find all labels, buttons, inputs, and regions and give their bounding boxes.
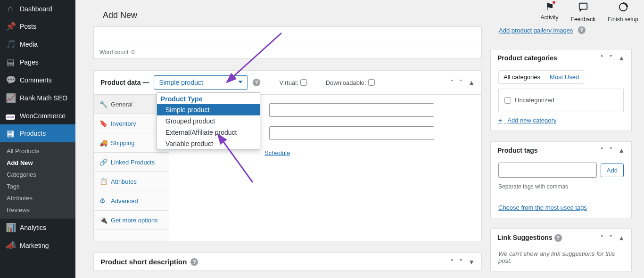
panel-move-up-icon[interactable]: ˄ — [600, 147, 603, 154]
sidebar-sub-attributes[interactable]: Attributes — [0, 192, 75, 204]
sidebar-item-woocommerce[interactable]: wooWooCommerce — [0, 107, 75, 124]
dropdown-option-simple[interactable]: Simple product — [157, 104, 260, 115]
sidebar-item-products[interactable]: ▦Products — [0, 124, 75, 142]
product-data-body: 🔧General 🔖Inventory 🚚Shipping 🔗Linked Pr… — [94, 95, 481, 241]
product-data-heading: Product data — Simple product ? Virtual:… — [94, 71, 481, 95]
feedback-label: Feedback — [571, 16, 596, 23]
vtab-linked[interactable]: 🔗Linked Products — [94, 153, 169, 172]
panel-toggle-icon[interactable]: ▲ — [618, 234, 625, 242]
sidebar-item-rank-math[interactable]: 📈Rank Math SEO — [0, 89, 75, 107]
linksug-help-icon[interactable]: ? — [554, 234, 562, 242]
admin-sidebar: ⌂Dashboard 📌Posts 🎵Media ▤Pages 💬Comment… — [0, 0, 75, 278]
sidebar-item-pages[interactable]: ▤Pages — [0, 53, 75, 71]
page-icon: ▤ — [6, 57, 15, 67]
regular-price-input[interactable] — [269, 103, 434, 117]
add-gallery-link[interactable]: Add product gallery images — [499, 27, 573, 34]
content-editor-box: Word count: 0 — [93, 26, 482, 59]
sidebar-item-dashboard[interactable]: ⌂Dashboard — [0, 0, 75, 17]
product-gallery-add: Add product gallery images ? — [490, 26, 632, 39]
virtual-toggle: Virtual: — [279, 79, 306, 86]
choose-tags-link[interactable]: Choose from the most used tags — [498, 204, 587, 211]
finish-setup-button[interactable]: Finish setup — [608, 2, 638, 23]
sidebar-item-comments[interactable]: 💬Comments — [0, 71, 75, 89]
sidebar-sub-tags[interactable]: Tags — [0, 180, 75, 192]
activity-button[interactable]: ⚑ Activity — [541, 2, 559, 23]
vtab-attributes[interactable]: 📋Attributes — [94, 172, 169, 191]
downloadable-toggle: Downloadable: — [326, 79, 375, 86]
content-editor[interactable] — [94, 27, 481, 46]
pin-icon: 📌 — [6, 21, 15, 32]
panel-move-down-icon[interactable]: ˅ — [459, 258, 462, 266]
panel-move-up-icon[interactable]: ˄ — [450, 79, 454, 86]
product-type-dropdown: Product Type Simple product Grouped prod… — [157, 92, 260, 150]
category-checkbox[interactable] — [504, 97, 511, 104]
vtab-more-options[interactable]: 🔌Get more options — [94, 211, 169, 230]
package-icon: ▦ — [6, 128, 15, 139]
chat-icon: 💬 — [6, 75, 15, 85]
sidebar-submenu-products: All Products Add New Categories Tags Att… — [0, 142, 75, 219]
activity-label: Activity — [541, 14, 559, 21]
panel-toggle-icon[interactable]: ▼ — [468, 258, 475, 266]
tag-icon: 🔖 — [99, 120, 107, 127]
schedule-link[interactable]: Schedule — [264, 149, 290, 156]
dropdown-option-variable[interactable]: Variable product — [157, 138, 260, 149]
sidebar-item-posts[interactable]: 📌Posts — [0, 17, 75, 35]
finish-label: Finish setup — [608, 16, 638, 23]
sidebar-sub-all-products[interactable]: All Products — [0, 145, 75, 157]
gallery-help-icon[interactable]: ? — [578, 26, 586, 34]
panel-toggle-icon[interactable]: ▲ — [618, 54, 625, 62]
tab-most-used[interactable]: Most Used — [545, 71, 584, 83]
sidebar-sub-add-new[interactable]: Add New — [0, 157, 75, 169]
wrench-icon: 🔧 — [99, 100, 107, 108]
short-desc-help-icon[interactable]: ? — [190, 258, 198, 266]
product-data-panel: Product data — Simple product ? Virtual:… — [93, 70, 482, 241]
tags-input[interactable] — [498, 163, 597, 178]
short-description-heading: Product short description ? ˄ ˅ ▼ — [94, 253, 481, 270]
woo-icon: woo — [6, 111, 15, 121]
sidebar-item-analytics[interactable]: 📊Analytics — [0, 219, 75, 237]
vtab-advanced[interactable]: ⚙Advanced — [94, 191, 169, 211]
category-list: Uncategorized — [498, 89, 624, 112]
sidebar-item-marketing[interactable]: 📣Marketing — [0, 237, 75, 254]
top-action-bar: ⚑ Activity Feedback Finish setup — [541, 2, 638, 23]
sale-price-input[interactable] — [269, 126, 434, 140]
short-desc-controls: ˄ ˅ ▼ — [450, 258, 475, 266]
bars-icon: 📊 — [6, 222, 15, 233]
panel-move-up-icon[interactable]: ˄ — [450, 258, 454, 266]
page-title: Add New — [103, 10, 137, 20]
speech-icon — [578, 2, 588, 14]
categories-title: Product categories — [497, 54, 557, 62]
panel-move-down-icon[interactable]: ˅ — [609, 147, 612, 154]
panel-move-down-icon[interactable]: ˅ — [609, 234, 612, 242]
tags-add-button[interactable]: Add — [601, 164, 624, 177]
panel-move-down-icon[interactable]: ˅ — [609, 54, 612, 62]
panel-move-up-icon[interactable]: ˄ — [600, 234, 603, 242]
dropdown-option-external[interactable]: External/Affiliate product — [157, 127, 260, 138]
product-type-select[interactable]: Simple product — [154, 75, 248, 90]
sidebar-sub-categories[interactable]: Categories — [0, 169, 75, 180]
list-icon: 📋 — [99, 178, 107, 185]
link-suggestions-metabox: Link Suggestions ? ˄ ˅ ▲ We can't show a… — [490, 229, 632, 271]
virtual-checkbox[interactable] — [300, 79, 307, 86]
gear-icon: ⚙ — [99, 197, 107, 204]
sidebar-sub-reviews[interactable]: Reviews — [0, 204, 75, 216]
panel-toggle-icon[interactable]: ▲ — [618, 147, 625, 154]
panel-move-down-icon[interactable]: ˅ — [459, 79, 462, 86]
add-category-link[interactable]: + Add new category — [498, 117, 556, 124]
truck-icon: 🚚 — [99, 139, 107, 147]
main-column: Word count: 0 Product data — Simple prod… — [93, 26, 482, 271]
dropdown-option-grouped[interactable]: Grouped product — [157, 115, 260, 127]
media-icon: 🎵 — [6, 39, 15, 49]
dropdown-group-label: Product Type — [157, 93, 260, 104]
link-suggestions-title: Link Suggestions ? — [497, 234, 562, 242]
product-type-help-icon[interactable]: ? — [253, 79, 260, 86]
link-icon: 🔗 — [99, 158, 107, 166]
editor-word-count: Word count: 0 — [94, 46, 481, 58]
categories-metabox: Product categories ˄ ˅ ▲ All categories … — [490, 49, 632, 131]
feedback-button[interactable]: Feedback — [571, 2, 596, 23]
panel-move-up-icon[interactable]: ˄ — [600, 54, 603, 62]
sidebar-item-media[interactable]: 🎵Media — [0, 35, 75, 53]
tab-all-categories[interactable]: All categories — [499, 71, 545, 83]
panel-toggle-icon[interactable]: ▲ — [468, 79, 475, 86]
downloadable-checkbox[interactable] — [368, 79, 375, 86]
